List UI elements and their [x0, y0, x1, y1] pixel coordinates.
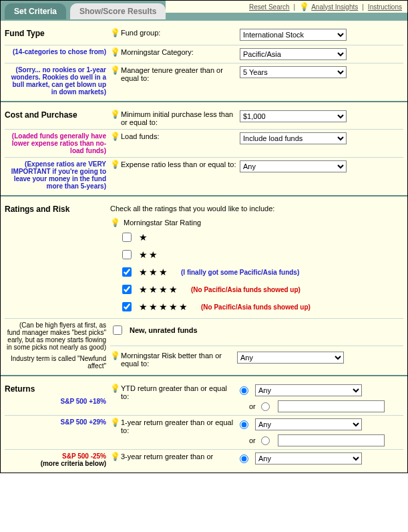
bulb-icon: 💡	[110, 352, 118, 360]
sp500-1y: S&P 500 +29%	[61, 418, 106, 426]
fund-group-label: Fund group:	[121, 29, 160, 37]
bulb-icon: 💡	[110, 452, 118, 460]
check-ratings-label: Check all the ratings that you would lik…	[110, 205, 403, 213]
star-icon: ★★★★	[139, 284, 179, 295]
risk-label: Morningstar Risk better than or equal to…	[121, 352, 237, 368]
expense-ratio-label: Expense ratio less than or equal to:	[121, 160, 236, 168]
morningstar-cat-select[interactable]: Pacific/Asia	[240, 48, 347, 60]
reset-search-link[interactable]: Reset Search	[249, 3, 290, 11]
bulb-icon: 💡	[110, 132, 118, 140]
star-checkbox-1[interactable]	[122, 233, 132, 242]
or-label: or	[249, 436, 256, 444]
expense-note: (Expense ratios are VERY IMPORTANT if yo…	[11, 160, 106, 190]
sp500-ytd: S&P 500 +18%	[61, 398, 106, 405]
tenure-select[interactable]: 5 Years	[240, 66, 347, 78]
min-purchase-label: Minimum initial purchase less than or eq…	[121, 110, 237, 126]
y1-radio-custom[interactable]	[261, 436, 270, 445]
risk-select[interactable]: Any	[237, 352, 344, 364]
star-rating-label: Morningstar Star Rating	[124, 219, 201, 227]
ytd-radio-any[interactable]	[240, 386, 248, 395]
star-checkbox-5[interactable]	[122, 302, 132, 311]
tab-bar: Set Criteria Show/Score Results Reset Se…	[1, 1, 407, 21]
instructions-link[interactable]: Instructions	[368, 3, 402, 11]
star-note: (No Pacific/Asia funds showed up)	[191, 286, 300, 293]
ytd-select[interactable]: Any	[255, 384, 362, 396]
tab-set-criteria[interactable]: Set Criteria	[5, 3, 66, 19]
y3-label: 3-year return greater than or	[121, 452, 213, 460]
fund-group-select[interactable]: International Stock	[240, 29, 347, 41]
newfund-note2: Industry term is called "Newfund affect"	[5, 355, 106, 370]
sp500-3y: S&P 500 -25%	[62, 452, 106, 460]
rookies-note: (Sorry... no rookies or 1-year wonders. …	[11, 66, 106, 96]
y1-radio-any[interactable]	[240, 420, 248, 429]
bulb-icon: 💡	[110, 418, 118, 426]
bulb-icon: 💡	[110, 219, 118, 227]
y1-label: 1-year return greater than or equal to:	[121, 418, 237, 434]
star-checkbox-4[interactable]	[122, 285, 132, 294]
bulb-icon: 💡	[110, 29, 118, 37]
star-icon: ★★★★★	[139, 301, 189, 312]
star-icon: ★★★	[139, 267, 169, 277]
bulb-icon: 💡	[110, 48, 118, 56]
tenure-label: Manager tenure greater than or equal to:	[121, 66, 237, 82]
star-icon: ★	[139, 232, 149, 243]
new-funds-checkbox[interactable]	[113, 325, 122, 335]
bulb-icon: 💡	[299, 3, 307, 11]
ytd-label: YTD return greater than or equal to:	[121, 384, 237, 400]
new-funds-label: New, unrated funds	[130, 326, 198, 334]
y3-select[interactable]: Any	[255, 452, 362, 464]
bulb-icon: 💡	[110, 384, 118, 392]
ratings-heading: Ratings and Risk	[5, 205, 106, 214]
returns-heading: Returns	[5, 384, 106, 394]
y1-select[interactable]: Any	[255, 418, 362, 430]
expense-ratio-select[interactable]: Any	[240, 160, 347, 172]
or-label: or	[249, 402, 256, 410]
load-funds-select[interactable]: Include load funds	[240, 132, 347, 144]
bulb-icon: 💡	[110, 66, 118, 74]
min-purchase-select[interactable]: $1,000	[240, 110, 347, 122]
load-funds-label: Load funds:	[121, 132, 160, 140]
ytd-input[interactable]	[278, 400, 385, 412]
star-checkbox-2[interactable]	[122, 250, 132, 259]
top-nav: Reset Search | 💡 Analyst Insights | Inst…	[166, 1, 407, 13]
morningstar-cat-label: Morningstar Category:	[121, 48, 194, 56]
star-icon: ★★	[139, 249, 159, 260]
ytd-radio-custom[interactable]	[261, 402, 270, 411]
categories-note: (14-categories to chose from)	[13, 48, 106, 55]
more-criteria: (more criteria below)	[41, 460, 106, 467]
analyst-insights-link[interactable]: Analyst Insights	[311, 3, 358, 11]
tab-show-score[interactable]: Show/Score Results	[70, 3, 166, 19]
star-note: (I finally got some Pacific/Asia funds)	[181, 269, 299, 276]
bulb-icon: 💡	[110, 110, 118, 118]
cost-heading: Cost and Purchase	[5, 110, 106, 120]
newfund-note: (Can be high flyers at first, as fund ma…	[7, 321, 106, 351]
fund-type-heading: Fund Type	[5, 29, 106, 38]
y1-input[interactable]	[278, 434, 385, 446]
star-note: (No Pacific/Asia funds showed up)	[201, 303, 311, 311]
loaded-note: (Loaded funds generally have lower expen…	[12, 132, 106, 154]
star-checkbox-3[interactable]	[122, 267, 132, 277]
bulb-icon: 💡	[110, 160, 118, 168]
y3-radio-any[interactable]	[240, 454, 248, 463]
